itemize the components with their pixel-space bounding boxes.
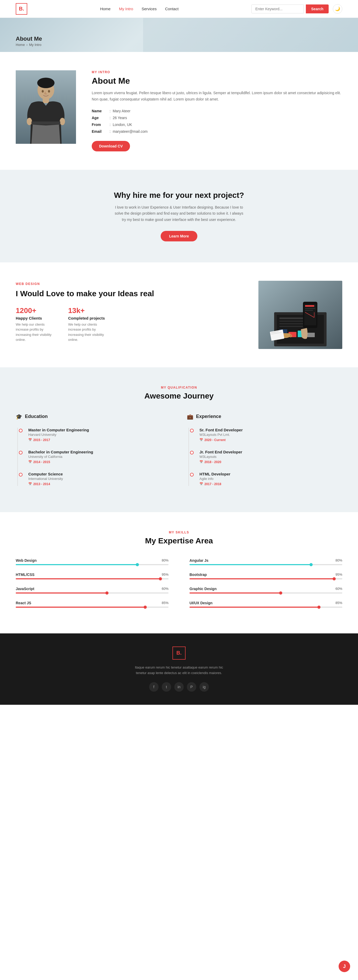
edu-item-1: Master in Computer Engineering Harvard U… [21,428,171,442]
exp-org-1: W3Layouts Pvt Lmt. [200,433,342,437]
label-from: From [92,123,108,127]
skill-bar-fill [16,607,146,608]
stat-clients: 1200+ Happy Clients We help our clients … [16,307,58,342]
skill-bar-fill [190,564,312,565]
edu-org-1: Harvard University [28,433,171,437]
skill-name-web-design: Web Design [16,558,37,563]
search-input[interactable] [251,5,304,13]
edu-org-2: University of California [28,455,171,459]
timeline-dot [190,451,194,455]
svg-point-9 [48,90,50,92]
calendar-icon: 📅 [28,482,32,486]
skill-angular: Angular Js 80% [190,558,342,565]
stat-projects-title: Completed projects [68,316,110,320]
calendar-icon: 📅 [200,482,203,486]
svg-rect-26 [305,310,313,311]
skill-bar-bg [190,592,342,593]
skill-bar-bg [190,564,342,565]
webdesign-content: WEB DESIGN I Would Love to make your Ide… [16,282,243,348]
about-content: MY INTRO About Me Lorem ipsum viverra fe… [92,70,342,151]
skill-html-css: HTML/CSS 95% [16,573,168,579]
skill-name-angular: Angular Js [190,558,208,563]
footer-description: Itaque earum rerum hic tenetur asaltaque… [132,665,226,676]
search-button[interactable]: Search [306,5,329,13]
info-name: Name : Mary Ateer [92,109,342,113]
social-linkedin[interactable]: in [174,682,184,692]
hero-bg-overlay [143,18,358,52]
skill-bar-fill [190,592,281,593]
why-section: Why hire me for your next project? I lov… [0,170,358,262]
calendar-icon: 📅 [200,460,203,464]
stat-clients-number: 1200+ [16,307,58,315]
skill-bar-bg [190,578,342,579]
skill-web-design: Web Design 80% [16,558,168,565]
journey-grid: 🎓 Education Master in Computer Engineeri… [16,414,342,494]
svg-point-7 [37,78,54,88]
nav-services[interactable]: Services [141,6,157,11]
education-title: 🎓 Education [16,414,171,420]
edu-item-2: Bachelor in Computer Engineering Univers… [21,450,171,464]
about-heading: About Me [92,76,342,86]
edu-degree-1: Master in Computer Engineering [28,428,171,432]
skill-uiux: UI/UX Design 85% [190,601,342,608]
skills-right: Angular Js 80% Bootstrap 95% Graphic D [190,558,342,615]
edu-item-3: Computer Science International Universit… [21,472,171,486]
info-email: Email : maryateer@mail.com [92,129,342,134]
nav-contact[interactable]: Contact [165,6,179,11]
nav-home[interactable]: Home [100,6,111,11]
skill-bootstrap: Bootstrap 95% [190,573,342,579]
social-twitter[interactable]: t [162,682,171,692]
skill-bar-fill [190,607,320,608]
footer-logo[interactable]: B. [173,646,185,660]
skills-section: MY SKILLS My Expertise Area Web Design 8… [0,512,358,633]
social-facebook[interactable]: f [149,682,158,692]
dark-mode-toggle[interactable]: 🌙 [333,4,342,14]
exp-role-3: HTML Developer [200,472,342,476]
about-tag: MY INTRO [92,70,342,74]
skill-pct-react: 85% [162,601,168,605]
download-cv-button[interactable]: Download CV [92,141,130,151]
why-heading: Why hire me for your next project? [16,191,342,200]
learn-more-button[interactable]: Learn More [161,231,197,242]
exp-date-2: 📅 2018 - 2020 [200,460,342,464]
timeline-dot [19,473,22,476]
skill-javascript: JavaScript 60% [16,587,168,593]
timeline-dot [190,429,194,433]
stat-projects: 13k+ Completed projects We help our clie… [68,307,110,342]
skill-bar-fill [16,592,108,593]
hero-banner: About Me Home › My Intro [0,18,358,52]
about-info: Name : Mary Ateer Age : 26 Years From : … [92,109,342,134]
skill-name-uiux: UI/UX Design [190,601,212,605]
svg-rect-3 [43,98,49,103]
education-timeline: Master in Computer Engineering Harvard U… [16,428,171,486]
exp-date-1: 📅 2020 - Current [200,438,342,442]
journey-section: MY QUALIFICATION Awesome Journey 🎓 Educa… [0,368,358,512]
calendar-icon: 📅 [28,460,32,464]
stat-clients-title: Happy Clients [16,316,58,320]
webdesign-tag: WEB DESIGN [16,282,243,286]
social-pinterest[interactable]: P [187,682,196,692]
calendar-icon: 📅 [200,438,203,442]
breadcrumb-home[interactable]: Home [16,43,25,47]
social-instagram[interactable]: ig [200,682,209,692]
skills-header: MY SKILLS My Expertise Area [16,531,342,545]
timeline-dot [19,451,22,455]
skill-pct-angular: 80% [336,558,342,563]
photo-placeholder [16,70,76,144]
nav-my-intro[interactable]: My Intro [119,6,133,11]
exp-role-2: Jr. Font End Developer [200,450,342,454]
brand-logo[interactable]: B. [16,3,27,15]
navbar: B. Home My Intro Services Contact Search… [0,0,358,18]
skill-name-bootstrap: Bootstrap [190,573,207,577]
svg-rect-14 [279,318,306,319]
education-column: 🎓 Education Master in Computer Engineeri… [16,414,171,494]
svg-point-8 [42,90,44,92]
experience-title: 💼 Experience [187,414,342,420]
about-description: Lorem ipsum viverra feugiat. Pellen tesq… [92,90,342,103]
skill-pct-html: 95% [162,573,168,577]
svg-rect-24 [305,305,314,307]
info-age: Age : 26 Years [92,116,342,120]
education-label: Education [25,414,48,419]
svg-rect-6 [32,121,60,125]
exp-item-1: Sr. Font End Developer W3Layouts Pvt Lmt… [192,428,342,442]
